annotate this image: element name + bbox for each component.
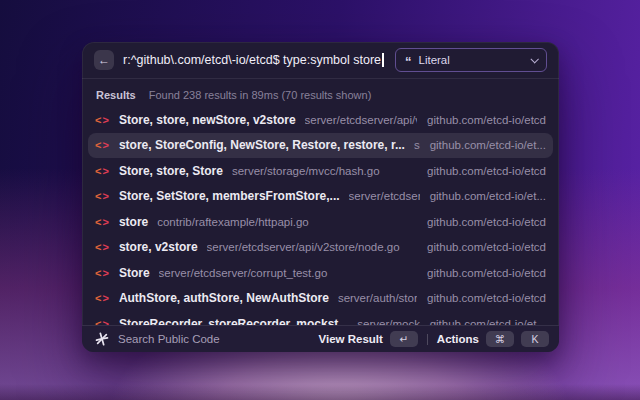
result-repo: github.com/etcd-io/etcd — [427, 267, 546, 279]
extension-title: Search Public Code — [118, 333, 220, 345]
result-repo: github.com/etcd-io/et... — [430, 139, 546, 151]
result-repo: github.com/etcd-io/etcd — [427, 241, 546, 253]
actions-button[interactable]: Actions — [437, 333, 479, 345]
symbol-icon: <> — [95, 216, 110, 228]
result-repo: github.com/etcd-io/etcd — [427, 114, 546, 126]
footer-bar: Search Public Code View Result ↵ Actions… — [82, 325, 559, 352]
chevron-down-icon — [530, 55, 538, 63]
result-row[interactable]: <> store, StoreConfig, NewStore, Restore… — [88, 133, 553, 159]
result-repo: github.com/etcd-io/etcd — [427, 165, 546, 177]
result-repo: github.com/etcd-io/et... — [430, 190, 546, 202]
result-file-path: server/etcdserver/corrupt_test.go — [159, 267, 418, 279]
result-symbols: Store, store, newStore, v2store — [119, 113, 296, 127]
sourcegraph-logo-icon — [94, 331, 110, 347]
search-bar: ← r:^github\.com/etcd\-io/etcd$ type:sym… — [82, 42, 559, 79]
footer-divider — [427, 334, 428, 345]
symbol-icon: <> — [95, 114, 110, 126]
back-arrow-icon: ← — [98, 54, 110, 66]
desktop-wallpaper: ← r:^github\.com/etcd\-io/etcd$ type:sym… — [0, 0, 640, 400]
symbol-icon: <> — [95, 267, 110, 279]
cmd-key-icon: ⌘ — [486, 331, 514, 347]
results-summary: Found 238 results in 89ms (70 results sh… — [149, 89, 372, 101]
result-row[interactable]: <> AuthStore, authStore, NewAuthStore se… — [88, 286, 553, 312]
result-row[interactable]: <> StoreRecorder, storeRecorder, mockst.… — [88, 311, 553, 326]
search-input[interactable]: r:^github\.com/etcd\-io/etcd$ type:symbo… — [123, 53, 386, 67]
result-row[interactable]: <> store, v2store server/etcdserver/api/… — [88, 235, 553, 261]
quote-icon: “ — [405, 55, 412, 68]
result-file-path: server/etcdserver/api/membership/cluste.… — [349, 190, 420, 202]
result-row[interactable]: <> Store, store, Store server/storage/mv… — [88, 158, 553, 184]
view-result-button[interactable]: View Result — [318, 333, 382, 345]
result-symbols: Store, store, Store — [119, 164, 223, 178]
result-symbols: Store — [119, 266, 150, 280]
symbol-icon: <> — [95, 165, 110, 177]
symbol-icon: <> — [95, 190, 110, 202]
result-symbols: store — [119, 215, 148, 229]
return-key-icon: ↵ — [390, 331, 418, 347]
back-button[interactable]: ← — [94, 50, 114, 70]
pattern-type-dropdown[interactable]: “ Literal — [395, 48, 547, 72]
text-cursor — [382, 53, 384, 67]
result-file-path: server/storage/mvcc/hash.go — [232, 165, 417, 177]
result-file-path: server/storage/mvcc/kvstore.go — [414, 139, 420, 151]
search-window: ← r:^github\.com/etcd\-io/etcd$ type:sym… — [82, 42, 559, 352]
result-repo: github.com/etcd-io/etcd — [427, 292, 546, 304]
symbol-icon: <> — [95, 241, 110, 253]
results-list: <> Store, store, newStore, v2store serve… — [82, 107, 559, 326]
result-row[interactable]: <> Store, store, newStore, v2store serve… — [88, 107, 553, 133]
result-row[interactable]: <> Store, SetStore, membersFromStore,...… — [88, 184, 553, 210]
result-row[interactable]: <> store contrib/raftexample/httpapi.go … — [88, 209, 553, 235]
symbol-icon: <> — [95, 139, 110, 151]
result-repo: github.com/etcd-io/etcd — [427, 216, 546, 228]
result-symbols: Store, SetStore, membersFromStore,... — [119, 189, 340, 203]
result-row[interactable]: <> Store server/etcdserver/corrupt_test.… — [88, 260, 553, 286]
results-header: Results Found 238 results in 89ms (70 re… — [82, 79, 559, 107]
symbol-icon: <> — [95, 292, 110, 304]
results-label: Results — [96, 89, 136, 101]
result-symbols: store, StoreConfig, NewStore, Restore, r… — [119, 138, 405, 152]
result-file-path: server/etcdserver/api/v2store/node.go — [207, 241, 418, 253]
footer-actions: View Result ↵ Actions ⌘ K — [318, 331, 549, 347]
pattern-type-label: Literal — [419, 54, 525, 66]
result-file-path: contrib/raftexample/httpapi.go — [157, 216, 417, 228]
result-file-path: server/auth/store.go — [338, 292, 417, 304]
result-file-path: server/etcdserver/api/v2store/store.go — [305, 114, 417, 126]
search-query-text: r:^github\.com/etcd\-io/etcd$ type:symbo… — [123, 53, 381, 67]
result-symbols: store, v2store — [119, 240, 198, 254]
result-symbols: AuthStore, authStore, NewAuthStore — [119, 291, 329, 305]
k-key-icon: K — [521, 331, 549, 347]
